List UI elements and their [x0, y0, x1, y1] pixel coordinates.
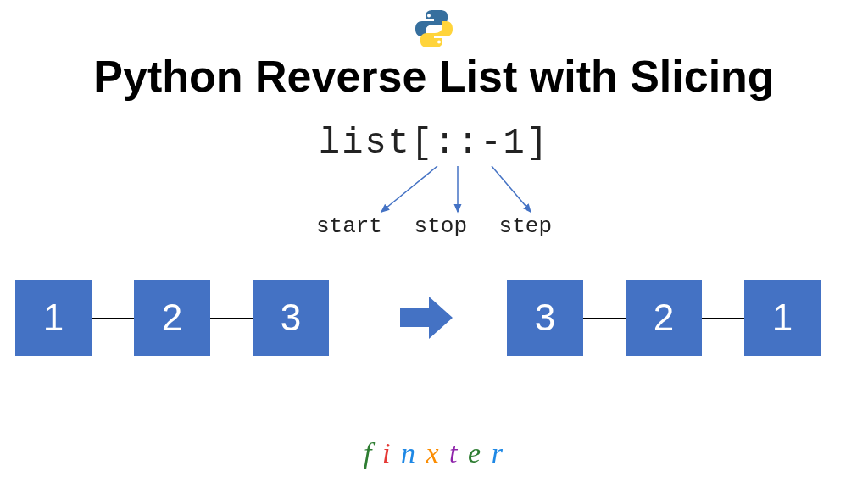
annotation-arrows — [322, 161, 576, 220]
svg-line-0 — [381, 166, 437, 212]
transform-arrow-icon — [397, 295, 456, 344]
page-title: Python Reverse List with Slicing — [0, 51, 868, 102]
brand-letter: n — [401, 437, 417, 469]
label-stop: stop — [415, 214, 467, 239]
brand-letter: e — [468, 437, 482, 469]
node-after-2: 1 — [744, 280, 821, 356]
connector — [702, 318, 744, 319]
svg-line-2 — [492, 166, 531, 212]
node-after-0: 3 — [507, 280, 583, 356]
node-before-1: 2 — [134, 280, 210, 356]
brand-letter: f — [364, 437, 373, 469]
node-before-2: 3 — [253, 280, 329, 356]
label-start: start — [316, 214, 382, 239]
connector — [210, 318, 253, 319]
python-logo-icon — [414, 8, 454, 53]
label-step: step — [499, 214, 552, 239]
node-before-0: 1 — [15, 280, 92, 356]
brand-logo: f i n x t e r — [0, 437, 868, 469]
node-after-1: 2 — [626, 280, 702, 356]
slice-labels: start stop step — [0, 214, 868, 239]
code-expression: list[::-1] — [0, 123, 868, 164]
brand-letter: r — [492, 437, 504, 469]
brand-letter: t — [449, 437, 459, 469]
connector — [583, 318, 626, 319]
brand-letter: x — [426, 437, 441, 469]
connector — [92, 318, 134, 319]
brand-letter: i — [382, 437, 392, 469]
